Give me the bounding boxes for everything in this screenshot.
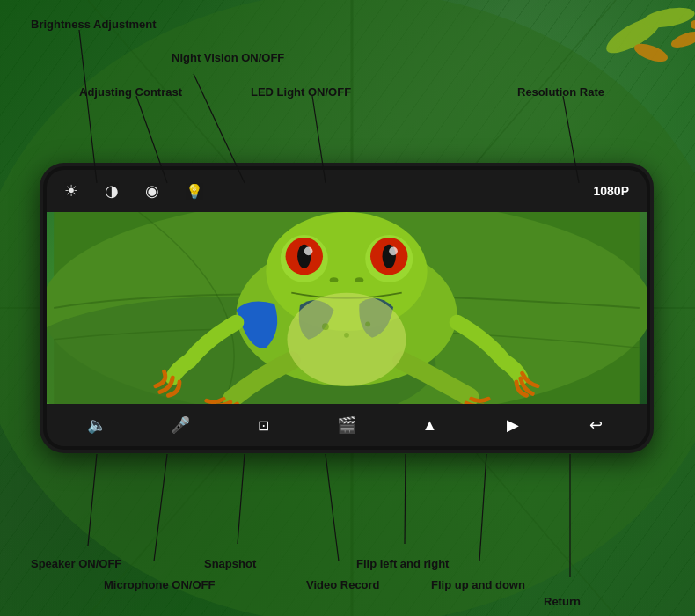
play-icon[interactable]: ▶	[499, 411, 527, 439]
return-icon[interactable]: ↩	[582, 411, 611, 439]
svg-point-9	[691, 20, 695, 29]
snapshot-icon[interactable]: ⊡	[249, 411, 277, 439]
contrast-icon[interactable]: ◑	[105, 181, 119, 201]
night-vision-label: Night Vision ON/OFF	[172, 51, 284, 64]
snapshot-label: Snapshot	[204, 557, 256, 570]
flip-lr-label: Flip left and right	[356, 557, 449, 570]
svg-point-28	[322, 323, 329, 330]
night-vision-icon[interactable]: ◉	[145, 181, 159, 201]
top-control-bar: ☀ ◑ ◉ 💡 1080P	[47, 170, 647, 212]
video-label: Video Record	[306, 578, 380, 591]
bottom-control-bar: 🔈 🎤 ⊡ 🎬 ▲ ▶ ↩	[47, 404, 647, 446]
contrast-label: Adjusting Contrast	[79, 85, 182, 99]
return-label: Return	[544, 595, 581, 608]
brightness-icon[interactable]: ☀	[64, 181, 78, 201]
speaker-icon[interactable]: 🔈	[83, 411, 111, 439]
svg-point-23	[304, 247, 313, 256]
flip-ud-label: Flip up and down	[431, 578, 525, 591]
svg-point-26	[355, 277, 364, 282]
resolution-label: Resolution Rate	[517, 85, 604, 99]
brightness-label: Brightness Adjustment	[31, 18, 157, 31]
video-record-icon[interactable]: 🎬	[333, 411, 361, 439]
phone-body: ☀ ◑ ◉ 💡 1080P	[40, 163, 654, 453]
frog-image	[47, 212, 647, 404]
svg-point-24	[389, 247, 398, 256]
led-label: LED Light ON/OFF	[251, 85, 351, 99]
mic-label: Microphone ON/OFF	[104, 578, 215, 591]
svg-point-27	[287, 293, 406, 386]
led-icon[interactable]: 💡	[186, 183, 203, 200]
flip-lr-icon[interactable]: ▲	[416, 411, 444, 439]
speaker-label: Speaker ON/OFF	[31, 557, 121, 570]
microphone-icon[interactable]: 🎤	[166, 411, 194, 439]
phone-screen: ☀ ◑ ◉ 💡 1080P	[43, 166, 650, 450]
resolution-display: 1080P	[594, 184, 629, 198]
svg-point-8	[669, 28, 695, 50]
svg-point-25	[330, 277, 339, 282]
svg-point-29	[365, 321, 370, 326]
camera-feed	[47, 212, 647, 404]
svg-point-30	[344, 333, 349, 338]
